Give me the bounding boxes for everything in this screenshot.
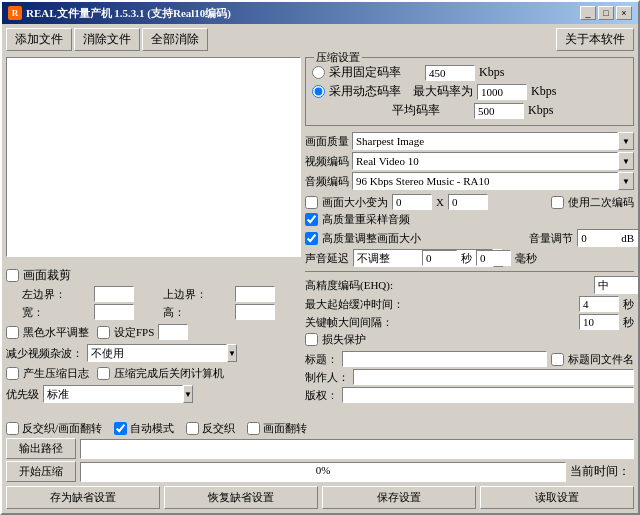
video-codec-combo: ▼ [352, 152, 634, 170]
priority-dropdown-btn[interactable]: ▼ [183, 385, 193, 403]
priority-input[interactable] [43, 385, 183, 403]
title-label: 标题： [305, 352, 338, 367]
black-adjust-checkbox[interactable] [6, 326, 19, 339]
noise-input[interactable] [87, 344, 227, 362]
copyright-label: 版权： [305, 388, 338, 403]
delay-value2-input[interactable] [476, 250, 511, 266]
audio-codec-input[interactable] [352, 172, 618, 190]
crop-checkbox[interactable] [6, 269, 19, 282]
delete-file-button[interactable]: 消除文件 [74, 28, 140, 51]
second-encode-label: 使用二次编码 [568, 195, 634, 210]
auto-mode-checkbox[interactable] [114, 422, 127, 435]
output-path-button[interactable]: 输出路径 [6, 438, 76, 459]
image-quality-input[interactable] [352, 132, 618, 150]
left-border-input[interactable] [94, 286, 134, 302]
set-fps-label: 设定FPS [114, 325, 154, 340]
output-path-input[interactable] [80, 439, 634, 459]
title-same-file-checkbox[interactable] [551, 353, 564, 366]
minimize-button[interactable]: _ [580, 6, 596, 20]
title-input[interactable] [342, 351, 547, 367]
second-encode-checkbox[interactable] [551, 196, 564, 209]
gen-log-checkbox[interactable] [6, 367, 19, 380]
key-frame-unit: 秒 [623, 315, 634, 330]
loss-protect-checkbox[interactable] [305, 333, 318, 346]
delay-value-input[interactable] [422, 250, 457, 266]
gen-log-label: 产生压缩日志 [23, 366, 89, 381]
close-after-checkbox[interactable] [97, 367, 110, 380]
image-quality-label: 画面质量 [305, 134, 350, 149]
start-compress-button[interactable]: 开始压缩 [6, 461, 76, 482]
maximize-button[interactable]: □ [598, 6, 614, 20]
author-label: 制作人： [305, 370, 349, 385]
fixed-bitrate-row: 采用固定码率 Kbps [312, 64, 627, 81]
window-title: REAL文件量产机 1.5.3.1 (支持Real10编码) [26, 6, 231, 21]
about-button[interactable]: 关于本软件 [556, 28, 634, 51]
set-fps-checkbox[interactable] [97, 326, 110, 339]
height-input[interactable] [235, 304, 275, 320]
video-codec-input[interactable] [352, 152, 618, 170]
fixed-bitrate-label: 采用固定码率 [329, 64, 401, 81]
flip-checkbox[interactable] [247, 422, 260, 435]
hq-resize-checkbox[interactable] [305, 232, 318, 245]
resize-checkbox[interactable] [305, 196, 318, 209]
fixed-bitrate-radio[interactable] [312, 66, 325, 79]
top-border-label: 上边界： [163, 287, 233, 302]
volume-unit: dB [621, 232, 634, 244]
progress-bar: 0% [80, 462, 566, 482]
image-quality-dropdown[interactable]: ▼ [618, 132, 634, 150]
save-default-button[interactable]: 存为缺省设置 [6, 486, 160, 509]
delete-all-button[interactable]: 全部消除 [142, 28, 208, 51]
dynamic-bitrate-radio[interactable] [312, 85, 325, 98]
title-same-file-label: 标题同文件名 [568, 352, 634, 367]
key-frame-label: 关键帧大间间隔： [305, 315, 393, 330]
compress-group-title: 压缩设置 [314, 50, 362, 65]
black-adjust-label: 黑色水平调整 [23, 325, 89, 340]
width-resize-input[interactable] [392, 194, 432, 210]
close-button[interactable]: × [616, 6, 632, 20]
video-codec-dropdown[interactable]: ▼ [618, 152, 634, 170]
author-input[interactable] [353, 369, 634, 385]
width-input[interactable] [94, 304, 134, 320]
video-codec-label: 视频编码 [305, 154, 350, 169]
quality-ehq-input[interactable] [594, 276, 640, 294]
save-settings-button[interactable]: 保存设置 [322, 486, 476, 509]
window-controls: _ □ × [580, 6, 632, 20]
noise-dropdown-btn[interactable]: ▼ [227, 344, 237, 362]
top-border-input[interactable] [235, 286, 275, 302]
image-quality-combo: ▼ [352, 132, 634, 150]
max-bitrate-input[interactable] [477, 84, 527, 100]
priority-label: 优先级 [6, 387, 39, 402]
deinterlace-checkbox[interactable] [186, 422, 199, 435]
file-list[interactable] [6, 57, 301, 257]
add-file-button[interactable]: 添加文件 [6, 28, 72, 51]
volume-label: 音量调节 [529, 231, 573, 246]
reverse-checkbox[interactable] [6, 422, 19, 435]
crop-row: 画面裁剪 [6, 267, 301, 284]
dynamic-bitrate-label: 采用动态码率 [329, 83, 401, 100]
avg-bitrate-input[interactable] [474, 103, 524, 119]
loss-protect-label: 损失保护 [322, 332, 366, 347]
hq-audio-checkbox[interactable] [305, 213, 318, 226]
load-settings-button[interactable]: 读取设置 [480, 486, 634, 509]
resize-label: 画面大小变为 [322, 195, 388, 210]
max-buf-input[interactable] [579, 296, 619, 312]
restore-default-button[interactable]: 恢复缺省设置 [164, 486, 318, 509]
copyright-input[interactable] [342, 387, 634, 403]
deinterlace-label: 反交织 [202, 421, 235, 436]
flip-label: 画面翻转 [263, 421, 307, 436]
delay-unit2: 毫秒 [515, 251, 537, 266]
fixed-bitrate-unit: Kbps [479, 65, 504, 80]
separator: X [436, 196, 444, 208]
height-resize-input[interactable] [448, 194, 488, 210]
max-buf-label: 最大起始缓冲时间： [305, 297, 404, 312]
app-icon: R [8, 6, 22, 20]
max-bitrate-unit: Kbps [531, 84, 556, 99]
audio-codec-dropdown[interactable]: ▼ [618, 172, 634, 190]
toolbar: 添加文件 消除文件 全部消除 [6, 28, 301, 51]
key-frame-input[interactable] [579, 314, 619, 330]
fixed-bitrate-input[interactable] [425, 65, 475, 81]
bottom-buttons: 存为缺省设置 恢复缺省设置 保存设置 读取设置 [6, 486, 634, 509]
left-border-label: 左边界： [22, 287, 92, 302]
fps-input[interactable] [158, 324, 188, 340]
max-buf-unit: 秒 [623, 297, 634, 312]
